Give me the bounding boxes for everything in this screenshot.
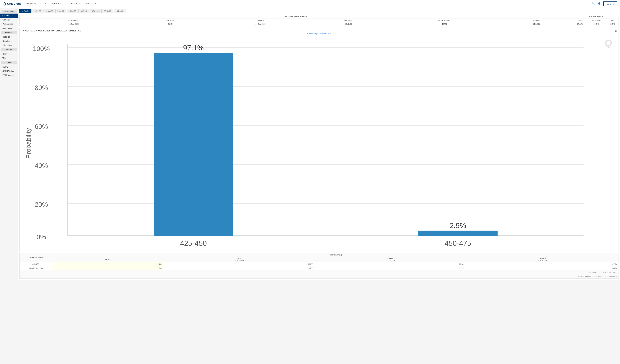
probability-table-section: TARGET RATE (BPS) PROBABILITY(%) NOW * 1…	[19, 253, 619, 278]
col-no-change: NO CHANGE	[587, 19, 607, 22]
footer-note: * Data as of 17 Dec 2024 07:36:19 CT	[19, 270, 619, 274]
svg-text:60%: 60%	[35, 123, 48, 130]
svg-text:97.1%: 97.1%	[183, 44, 204, 52]
nav-links: MARKETS DATA SERVICES | INSIGHTS EDUCATI…	[27, 3, 592, 5]
rate-col-header: TARGET RATE (BPS)	[19, 253, 52, 262]
col-1week: 1 WEEK 10 DEC 2024	[315, 257, 466, 262]
col-contract: CONTRACT	[128, 19, 213, 22]
sidebar-section-tools: Tools	[1, 61, 17, 64]
week1-450-475: 11.1%	[315, 266, 466, 270]
chart-menu-icon[interactable]: ≡	[615, 30, 617, 33]
now-425-450: 97.1%	[52, 262, 163, 266]
col-1week-main: 1 WEEK	[316, 258, 465, 260]
sidebar-item-estr-watch[interactable]: ESTR Watch	[0, 73, 18, 77]
meeting-info-header: MEETING INFORMATION	[19, 15, 573, 19]
col-expires: EXPIRES	[213, 19, 308, 22]
sidebar-item-chart[interactable]: Chart	[0, 52, 18, 56]
probability-table: TARGET RATE (BPS) PROBABILITY(%) NOW * 1…	[19, 253, 619, 278]
meeting-info-table: MEETING DATE CONTRACT EXPIRES MID PRICE …	[19, 19, 573, 26]
rate-450-475: 450-475 (Current)	[19, 266, 52, 270]
nav-data[interactable]: DATA	[41, 3, 46, 5]
col-now-main: NOW *	[53, 259, 162, 260]
probabilities-table: EASE NO CHANGE HIKE 97.1 % 2.9 % 0.0 %	[573, 19, 619, 26]
cell-mid-price: 95.5188	[308, 22, 389, 26]
col-mid-price: MID PRICE	[308, 19, 389, 22]
sidebar-section-dot-plot: Dot Plot	[1, 48, 17, 51]
col-1day: 1 DAY 16 DEC 2024	[163, 257, 315, 262]
date-tab-6[interactable]: 17 Sep25	[90, 9, 102, 13]
chart-subtitle: Current target rate is 450-475	[21, 33, 617, 34]
sidebar-section-historical: Historical	[1, 31, 17, 34]
nav-services[interactable]: SERVICES	[51, 3, 61, 5]
cell-expires: 31 Dec 2024	[213, 22, 308, 26]
rate-425-450: 425-450	[19, 262, 52, 266]
svg-text:0%: 0%	[36, 233, 46, 241]
probabilities-header: PROBABILITIES	[573, 15, 619, 19]
svg-text:80%: 80%	[35, 84, 48, 91]
svg-text:425-450: 425-450	[180, 239, 207, 248]
sidebar-item-sofr-watch[interactable]: SOFR Watch	[0, 69, 18, 73]
svg-text:Probability: Probability	[25, 128, 32, 159]
nav-insights[interactable]: INSIGHTS	[71, 3, 80, 5]
nav-right: 🔍 👤 LOG IN	[592, 1, 618, 6]
col-1month-sub: 15 NOV 2024	[467, 260, 617, 261]
sidebar-item-downloads[interactable]: Downloads	[0, 39, 18, 43]
cell-no-change: 2.9 %	[587, 22, 607, 26]
cell-hike: 0.0 %	[607, 22, 619, 26]
sidebar-item-probabilities[interactable]: Probabilities	[0, 22, 18, 26]
sidebar-item-current[interactable]: Current	[0, 14, 18, 18]
probabilities-section: PROBABILITIES EASE NO CHANGE HIKE 97.1 %…	[573, 15, 619, 26]
sidebar: Target Rate Current Compare Probabilitie…	[0, 8, 18, 280]
date-tab-1[interactable]: 29 Jan25	[31, 9, 43, 13]
bar-450-475	[418, 231, 497, 236]
col-ease: EASE	[573, 19, 587, 22]
month1-425-450: 61.9%	[466, 262, 619, 266]
week1-425-450: 88.9%	[315, 262, 466, 266]
day1-450-475: 1.8%	[163, 266, 315, 270]
date-tab-5[interactable]: 30 Jul25	[78, 9, 90, 13]
date-tab-7[interactable]: 29 Oct25	[102, 9, 113, 13]
date-tab-3[interactable]: 7 May25	[55, 9, 66, 13]
date-tabs: 18 Dec24 29 Jan25 19 Mar25 7 May25 18 Ju…	[18, 8, 620, 13]
meeting-info-row: 18 Dec 2024 ZQZ4 31 Dec 2024 95.5188 42,…	[19, 22, 573, 26]
date-tab-2[interactable]: 19 Mar25	[43, 9, 55, 13]
nav-markets[interactable]: MARKETS	[27, 3, 36, 5]
day1-425-450: 98.2%	[163, 262, 315, 266]
sidebar-item-prior-hikes[interactable]: Prior Hikes	[0, 43, 18, 47]
date-tab-4[interactable]: 18 Jun25	[67, 9, 78, 13]
col-hike: HIKE	[607, 19, 619, 22]
nav-education[interactable]: EDUCATION	[85, 3, 97, 5]
sidebar-item-historical[interactable]: Historical	[0, 35, 18, 39]
login-button[interactable]: LOG IN	[603, 1, 618, 6]
table-row: 425-450 97.1% 98.2% 88.9% 61.9%	[19, 262, 619, 266]
chart-title: TARGET RATE PROBABILITIES FOR 18 DEC 202…	[21, 30, 617, 32]
col-1month: 1 MONTH 15 NOV 2024	[466, 257, 619, 262]
nav-divider: |	[65, 3, 66, 5]
col-now: NOW *	[52, 257, 163, 262]
footer-note-row: * Data as of 17 Dec 2024 07:36:19 CT	[19, 270, 619, 274]
col-1month-main: 1 MONTH	[467, 258, 617, 260]
sidebar-item-aggregated[interactable]: Aggregated	[0, 26, 18, 30]
sidebar-item-cvol[interactable]: CVOL	[0, 65, 18, 69]
table-row: 450-475 (Current) 2.9% 1.8% 11.1% 38.1%	[19, 266, 619, 270]
sidebar-item-compare[interactable]: Compare	[0, 18, 18, 22]
meeting-info: MEETING INFORMATION MEETING DATE CONTRAC…	[19, 15, 573, 26]
main-layout: Target Rate Current Compare Probabilitie…	[0, 8, 620, 280]
date-tab-0[interactable]: 18 Dec24	[19, 9, 31, 13]
month1-450-475: 38.1%	[466, 266, 619, 270]
logo[interactable]: CME Group	[2, 2, 21, 6]
bar-425-450	[154, 53, 233, 236]
svg-text:100%: 100%	[33, 45, 50, 52]
date-tab-8[interactable]: 10 Dec25	[114, 9, 125, 13]
svg-marker-0	[3, 2, 6, 5]
svg-text:40%: 40%	[35, 162, 48, 169]
top-nav: CME Group MARKETS DATA SERVICES | INSIGH…	[0, 0, 620, 8]
brand-name: CME Group	[7, 2, 21, 5]
search-icon[interactable]: 🔍	[592, 2, 595, 5]
user-icon[interactable]: 👤	[598, 2, 601, 5]
cell-contract: ZQZ4	[128, 22, 213, 26]
sidebar-item-table[interactable]: Table	[0, 56, 18, 60]
col-meeting-date: MEETING DATE	[19, 19, 128, 22]
probability-section-label: PROBABILITY(%)	[52, 253, 619, 257]
col-prior-oi: PRIOR OI	[500, 19, 573, 22]
